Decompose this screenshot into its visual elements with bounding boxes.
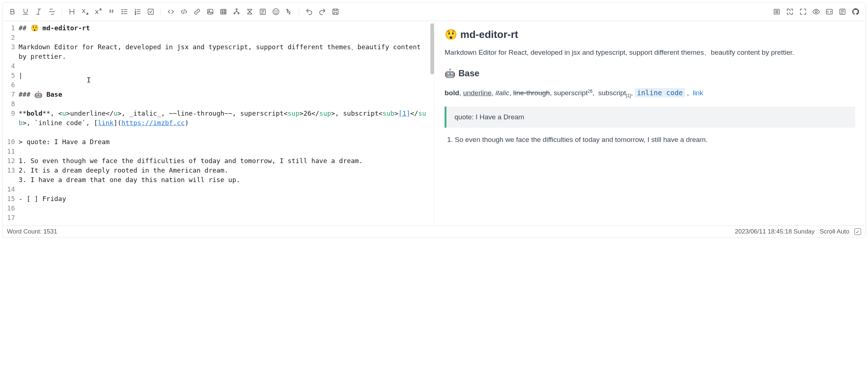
- preview-pane: 😲 md-editor-rt Markdown Editor for React…: [434, 21, 865, 225]
- link-button[interactable]: [191, 5, 203, 18]
- fullscreen-icon: [786, 8, 794, 16]
- redo-button[interactable]: [316, 5, 329, 18]
- svg-point-16: [815, 11, 817, 13]
- preview-link[interactable]: link: [693, 89, 703, 97]
- subscript-icon: [81, 8, 89, 16]
- source-line[interactable]: [19, 128, 427, 137]
- source-line[interactable]: ### 🤖 Base: [19, 90, 427, 99]
- scrollbar-vertical[interactable]: [430, 21, 434, 225]
- mermaid-button[interactable]: [230, 5, 243, 18]
- expand-icon: [799, 8, 807, 16]
- preview-heading-2: 😲 md-editor-rt: [445, 28, 855, 40]
- preview-heading-text: md-editor-rt: [460, 29, 518, 40]
- inline-code-button[interactable]: [178, 5, 190, 18]
- line-number: 9: [3, 109, 15, 118]
- github-button[interactable]: [849, 5, 862, 18]
- source-code-area[interactable]: ## 😲 md-editor-rt Markdown Editor for Re…: [17, 21, 430, 225]
- wordcount-label: Word Count:: [7, 228, 42, 235]
- source-line[interactable]: 2. It is a dream deeply rooted in the Am…: [19, 166, 427, 175]
- redo-icon: [318, 8, 326, 16]
- image-icon: [206, 8, 214, 16]
- source-line[interactable]: [19, 61, 427, 71]
- task-icon: [147, 8, 155, 16]
- svg-rect-3: [148, 9, 154, 15]
- table-button[interactable]: [217, 5, 230, 18]
- scroll-auto-checkbox[interactable]: ✓: [854, 228, 861, 235]
- subscript-button[interactable]: [79, 5, 91, 18]
- pagefull-icon: [773, 8, 781, 16]
- ul-icon: [120, 8, 128, 16]
- source-line[interactable]: ## 😲 md-editor-rt: [19, 23, 427, 33]
- quote-button[interactable]: [105, 5, 118, 18]
- ordered-list-button[interactable]: [131, 5, 144, 18]
- source-line[interactable]: - [ ] Friday: [19, 194, 427, 204]
- scroll-auto-label: Scroll Auto: [820, 228, 849, 235]
- undo-button[interactable]: [303, 5, 315, 18]
- superscript-button[interactable]: [92, 5, 104, 18]
- source-line[interactable]: [19, 80, 427, 90]
- image-button[interactable]: [204, 5, 216, 18]
- page-fullscreen-button[interactable]: [771, 5, 783, 18]
- source-line[interactable]: [19, 99, 427, 109]
- toolbar: [3, 3, 865, 21]
- source-line[interactable]: **bold**, <u>underline</u>, _italic_, ~~…: [19, 109, 427, 128]
- catalog-button[interactable]: [836, 5, 849, 18]
- source-line[interactable]: |: [19, 71, 427, 80]
- preview-icon: [812, 8, 820, 16]
- bold-icon: [8, 8, 16, 16]
- source-line[interactable]: > quote: I Have a Dream: [19, 137, 427, 147]
- unordered-list-button[interactable]: [118, 5, 131, 18]
- wordcount-value: 1531: [43, 228, 57, 235]
- emoji-button[interactable]: [270, 5, 282, 18]
- text-cursor-icon: 𝙸: [87, 75, 91, 85]
- preview-format-line: bold, underline, italic, line-through, s…: [445, 86, 855, 100]
- fullscreen-button[interactable]: [784, 5, 796, 18]
- emoji-icon: [272, 8, 280, 16]
- source-line[interactable]: 1. So even though we face the difficulti…: [19, 156, 427, 166]
- svg-rect-14: [333, 9, 338, 15]
- italic-button[interactable]: [32, 5, 45, 18]
- line-number: 3: [3, 42, 15, 52]
- line-number: 14: [3, 185, 15, 194]
- scroll-thumb[interactable]: [430, 23, 434, 74]
- svg-point-13: [277, 11, 277, 11]
- svg-point-1: [122, 11, 123, 12]
- source-line[interactable]: Markdown Editor for React, developed in …: [19, 42, 427, 61]
- source-line[interactable]: [19, 185, 427, 194]
- preview-strike: line-through: [513, 89, 550, 97]
- codeblock-icon: [167, 8, 175, 16]
- github-icon: [852, 8, 860, 16]
- source-line[interactable]: 3. I have a dream that one day this nati…: [19, 175, 427, 185]
- bold-button[interactable]: [6, 5, 19, 18]
- html-preview-button[interactable]: [823, 5, 836, 18]
- line-number: 5: [3, 71, 15, 80]
- prettier-icon: [285, 8, 293, 16]
- strikethrough-button[interactable]: [46, 5, 58, 18]
- source-line[interactable]: [19, 33, 427, 42]
- heading-button[interactable]: [66, 5, 78, 18]
- preview-toggle-button[interactable]: [810, 5, 822, 18]
- source-pane[interactable]: 123 456789 10111213 14151617 ## 😲 md-edi…: [3, 21, 434, 225]
- svg-point-5: [209, 11, 210, 12]
- ol-icon: [134, 8, 142, 16]
- underline-icon: [22, 8, 30, 16]
- preview-sup: 26: [588, 89, 592, 94]
- code-block-button[interactable]: [165, 5, 177, 18]
- prettier-button[interactable]: [283, 5, 295, 18]
- line-number: 12: [3, 156, 15, 166]
- quote-icon: [107, 8, 115, 16]
- task-list-button[interactable]: [145, 5, 157, 18]
- katex-button[interactable]: [243, 5, 256, 18]
- timestamp: 2023/06/11 18:45:18 Sunday: [735, 228, 814, 235]
- source-line[interactable]: [19, 147, 427, 156]
- save-icon: [331, 8, 339, 16]
- expand-button[interactable]: [797, 5, 809, 18]
- codemirror-button[interactable]: [257, 5, 269, 18]
- save-button[interactable]: [329, 5, 342, 18]
- underline-button[interactable]: [19, 5, 32, 18]
- catalog-icon: [838, 8, 846, 16]
- katex-icon: [246, 8, 254, 16]
- preview-heading-text: Base: [458, 68, 479, 78]
- preview-italic: italic: [495, 89, 509, 97]
- svg-point-2: [122, 14, 123, 14]
